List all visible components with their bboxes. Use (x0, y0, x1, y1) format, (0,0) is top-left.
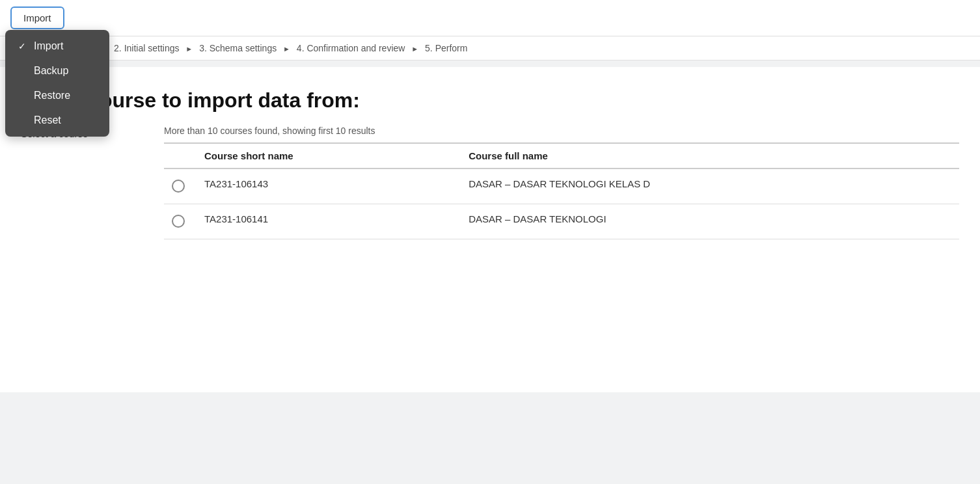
table-cell-radio2 (164, 204, 197, 239)
course-table: Course short name Course full name TA231… (164, 142, 959, 239)
results-info: More than 10 courses found, showing firs… (164, 126, 959, 136)
top-menu-button[interactable]: Import (10, 7, 64, 29)
breadcrumb-step2[interactable]: 2. Initial settings (114, 43, 179, 53)
table-header-spacer (164, 143, 197, 168)
dropdown-label-reset: Reset (34, 114, 61, 126)
breadcrumb-step3[interactable]: 3. Schema settings (199, 43, 277, 53)
table-header-short-name: Course short name (197, 143, 461, 168)
table-cell-short-name-1: TA231-106143 (197, 168, 461, 204)
table-cell-radio1 (164, 168, 197, 204)
check-icon-empty (18, 66, 29, 76)
main-content: Find a course to import data from: Selec… (0, 67, 980, 392)
check-icon-empty2 (18, 90, 29, 101)
dropdown-item-backup[interactable]: Backup (5, 59, 109, 83)
top-bar: Import ✓ Import Backup Restore Reset (0, 0, 980, 36)
right-section: More than 10 courses found, showing firs… (164, 126, 959, 239)
dropdown-label-restore: Restore (34, 90, 70, 101)
breadcrumb-arrow2: ► (185, 45, 193, 53)
table-header-full-name: Course full name (461, 143, 959, 168)
table-cell-full-name-2: DASAR – DASAR TEKNOLOGI (461, 204, 959, 239)
check-icon-empty3 (18, 115, 29, 126)
dropdown-item-restore[interactable]: Restore (5, 83, 109, 108)
table-cell-short-name-2: TA231-106141 (197, 204, 461, 239)
dropdown-label-backup: Backup (34, 65, 68, 77)
radio-button-1[interactable] (172, 180, 185, 193)
table-row: TA231-106143 DASAR – DASAR TEKNOLOGI KEL… (164, 168, 959, 204)
breadcrumb: 1. Course selection ► 2. Initial setting… (0, 36, 980, 60)
page-title: Find a course to import data from: (21, 88, 959, 113)
table-row: TA231-106141 DASAR – DASAR TEKNOLOGI (164, 204, 959, 239)
breadcrumb-arrow3: ► (283, 45, 290, 53)
content-layout: Select a course More than 10 courses fou… (21, 126, 959, 239)
breadcrumb-step5[interactable]: 5. Perform (425, 43, 467, 53)
dropdown-item-import[interactable]: ✓ Import (5, 34, 109, 59)
dropdown-label-import: Import (34, 40, 63, 52)
table-cell-full-name-1: DASAR – DASAR TEKNOLOGI KELAS D (461, 168, 959, 204)
breadcrumb-step4[interactable]: 4. Confirmation and review (297, 43, 405, 53)
radio-button-2[interactable] (172, 215, 185, 228)
dropdown-item-reset[interactable]: Reset (5, 108, 109, 133)
table-header-row: Course short name Course full name (164, 143, 959, 168)
breadcrumb-arrow4: ► (411, 45, 418, 53)
check-icon: ✓ (18, 41, 29, 51)
dropdown-menu: ✓ Import Backup Restore Reset (5, 30, 109, 137)
